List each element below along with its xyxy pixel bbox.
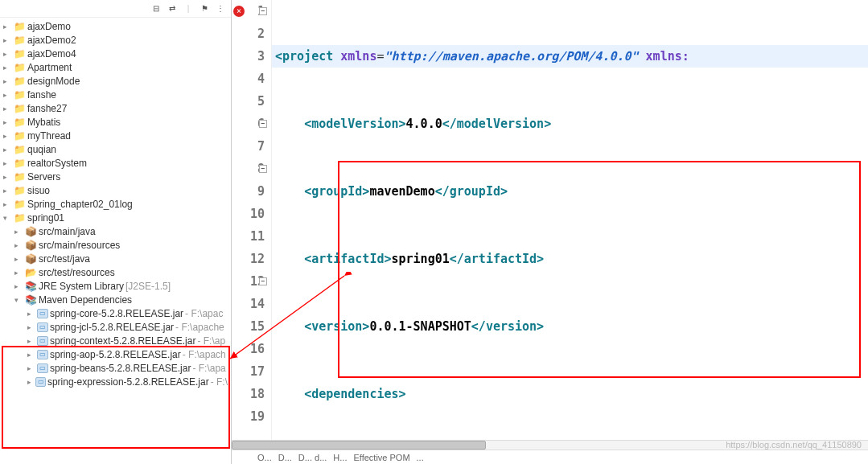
node-label: src/main/java [39, 226, 96, 237]
project-icon: 📁 [13, 117, 26, 128]
project-fanshe[interactable]: ▸📁fanshe [0, 88, 231, 101]
project-label: Servers [27, 171, 60, 183]
jar-icon: ▭ [35, 377, 45, 387]
xmlns-value: http://maven.apache.org/POM/4.0.0 [392, 49, 631, 64]
code-line: <dependencies> [272, 383, 868, 405]
project-icon: 📁 [13, 48, 26, 60]
view-menu-icon[interactable]: ⋮ [215, 3, 226, 14]
tree-node[interactable]: ▸📚JRE System Library[J2SE-1.5] [0, 279, 231, 293]
project-label: ajaxDemo2 [27, 35, 76, 46]
project-Apartment[interactable]: ▸📁Apartment [0, 60, 231, 74]
project-label: fanshe27 [27, 103, 67, 114]
code-line: <version>0.0.1-SNAPSHOT</version> [272, 315, 868, 338]
editor-tab[interactable]: ... [417, 453, 424, 462]
jar-item[interactable]: ▸▭spring-expression-5.2.8.RELEASE.jar - … [0, 375, 231, 388]
tree-node[interactable]: ▾📚Maven Dependencies [0, 293, 231, 306]
collapse-all-icon[interactable]: ⊟ [150, 3, 162, 14]
node-label: src/test/resources [39, 267, 115, 278]
project-label: Mybatis [27, 117, 60, 128]
project-icon: 📁 [13, 62, 26, 73]
project-label: ajaxDemo4 [27, 48, 76, 60]
jar-icon: ▭ [37, 309, 48, 318]
jar-path: - F:\ap [197, 335, 225, 347]
project-label: quqian [27, 144, 56, 155]
jar-label: spring-core-5.2.8.RELEASE.jar [50, 308, 183, 319]
jar-label: spring-beans-5.2.8.RELEASE.jar [50, 363, 191, 374]
tree-node[interactable]: ▸📦src/main/resources [0, 238, 231, 252]
fold-toggle-icon[interactable]: − [259, 165, 267, 173]
jar-label: spring-jcl-5.2.8.RELEASE.jar [50, 322, 174, 333]
jar-path: - F:\apach [183, 349, 226, 360]
project-ajaxDemo[interactable]: ▸📁ajaxDemo [0, 19, 231, 33]
tree-node[interactable]: ▸📦src/test/java [0, 252, 231, 265]
filter-icon[interactable]: ⚑ [199, 3, 210, 14]
jar-path: - F:\apac [185, 308, 223, 319]
node-label: JRE System Library [39, 281, 124, 292]
node-label: src/main/resources [39, 240, 120, 251]
jar-icon: ▭ [37, 322, 48, 332]
project-label: fanshe [27, 89, 56, 101]
project-Mybatis[interactable]: ▸📁Mybatis [0, 115, 231, 129]
fold-toggle-icon[interactable]: − [259, 7, 267, 15]
project-fanshe27[interactable]: ▸📁fanshe27 [0, 101, 231, 115]
explorer-toolbar: ⊟ ⇄ | ⚑ ⋮ [0, 0, 231, 18]
lib-icon: 📚 [24, 281, 37, 292]
project-icon: 📁 [13, 212, 26, 224]
node-label: Maven Dependencies [39, 294, 132, 306]
project-spring01[interactable]: ▾📁spring01 [0, 211, 231, 224]
editor-tab[interactable]: D... [278, 453, 292, 462]
project-icon: 📁 [13, 35, 26, 46]
project-myThread[interactable]: ▸📁myThread [0, 129, 231, 142]
editor-tab[interactable]: O... [257, 453, 272, 462]
project-tree[interactable]: ▸📁ajaxDemo▸📁ajaxDemo2▸📁ajaxDemo4▸📁Apartm… [0, 18, 231, 464]
jar-item[interactable]: ▸▭spring-jcl-5.2.8.RELEASE.jar - F:\apac… [0, 320, 231, 334]
jar-icon: ▭ [37, 336, 48, 346]
project-label: designMode [27, 76, 80, 87]
project-realtorSystem[interactable]: ▸📁realtorSystem [0, 156, 231, 170]
project-sisuo[interactable]: ▸📁sisuo [0, 183, 231, 197]
project-icon: 📁 [13, 185, 26, 196]
version: 0.0.1-SNAPSHOT [369, 319, 471, 334]
fold-toggle-icon[interactable]: − [259, 120, 267, 128]
jar-label: spring-context-5.2.8.RELEASE.jar [50, 335, 195, 347]
project-designMode[interactable]: ▸📁designMode [0, 74, 231, 88]
link-editor-icon[interactable]: ⇄ [167, 3, 178, 14]
project-quqian[interactable]: ▸📁quqian [0, 142, 231, 156]
code-content[interactable]: <project xmlns="http://maven.apache.org/… [272, 0, 868, 440]
project-Spring_chapter02_01log[interactable]: ▸📁Spring_chapter02_01log [0, 197, 231, 211]
jar-item[interactable]: ▸▭spring-beans-5.2.8.RELEASE.jar - F:\ap… [0, 361, 231, 375]
project-icon: 📁 [13, 158, 26, 169]
tree-node[interactable]: ▸📦src/main/java [0, 224, 231, 238]
project-ajaxDemo2[interactable]: ▸📁ajaxDemo2 [0, 33, 231, 47]
artifact-id: spring01 [392, 252, 450, 266]
code-line: <modelVersion>4.0.0</modelVersion> [272, 113, 868, 135]
project-label: myThread [27, 130, 71, 142]
editor-bottom-tabs: O...D...D... d...H...Effective POM... [232, 450, 868, 464]
code-line: <project xmlns="http://maven.apache.org/… [272, 45, 868, 68]
editor-tab[interactable]: H... [333, 453, 347, 462]
fold-toggle-icon[interactable]: − [259, 277, 267, 285]
editor-pane: × 1−23456−78−910111213−141516171819 <pro… [232, 0, 868, 464]
line-gutter: × 1−23456−78−910111213−141516171819 [232, 0, 272, 440]
jar-item[interactable]: ▸▭spring-context-5.2.8.RELEASE.jar - F:\… [0, 334, 231, 347]
jar-label: spring-aop-5.2.8.RELEASE.jar [50, 349, 181, 360]
jar-path: - F:\apache [175, 322, 224, 333]
jar-icon: ▭ [37, 363, 48, 373]
project-label: Spring_chapter02_01log [27, 199, 133, 210]
project-ajaxDemo4[interactable]: ▸📁ajaxDemo4 [0, 47, 231, 60]
code-area[interactable]: × 1−23456−78−910111213−141516171819 <pro… [232, 0, 868, 440]
project-icon: 📁 [13, 171, 26, 183]
project-icon: 📁 [13, 144, 26, 155]
jar-icon: ▭ [37, 350, 48, 359]
editor-tab[interactable]: Effective POM [353, 453, 409, 462]
editor-tab[interactable]: D... d... [298, 453, 327, 462]
project-icon: 📁 [13, 199, 26, 210]
node-suffix: [J2SE-1.5] [125, 281, 171, 292]
jar-item[interactable]: ▸▭spring-aop-5.2.8.RELEASE.jar - F:\apac… [0, 347, 231, 361]
group-id: mavenDemo [369, 184, 434, 199]
tree-node[interactable]: ▸📂src/test/resources [0, 265, 231, 279]
project-explorer: ⊟ ⇄ | ⚑ ⋮ ▸📁ajaxDemo▸📁ajaxDemo2▸📁ajaxDem… [0, 0, 232, 464]
jar-item[interactable]: ▸▭spring-core-5.2.8.RELEASE.jar - F:\apa… [0, 306, 231, 320]
project-Servers[interactable]: ▸📁Servers [0, 170, 231, 183]
jar-path: - F:\ [211, 376, 228, 388]
